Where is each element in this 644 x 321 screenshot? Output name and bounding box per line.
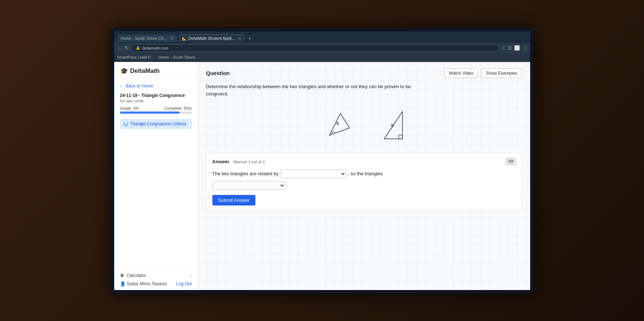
bookmark-home[interactable]: Home - South Shore... xyxy=(158,55,198,59)
congruence-dropdown[interactable]: are congruent cannot be proven congruent xyxy=(212,181,285,190)
progress-bar-bg xyxy=(120,111,192,114)
user-name: Sadar Mims-Tavares xyxy=(127,281,176,286)
question-header: Question Watch Video Show Examples xyxy=(206,68,522,78)
sidebar: 🎓 DeltaMath ← Back to Home 24-11-19 - Tr… xyxy=(114,62,198,290)
lock-icon: 🔒 xyxy=(136,46,140,50)
progress-bar-fill xyxy=(120,111,180,114)
tab-deltamath-favicon: 📐 xyxy=(182,36,186,40)
submit-answer-button[interactable]: Submit Answer xyxy=(212,195,256,205)
tab-home[interactable]: Home - South Shore Charter ✕ xyxy=(117,35,177,42)
answer-label: Answer xyxy=(212,159,230,164)
assignment-title: 24-11-19 - Triangle Congruence xyxy=(120,93,192,98)
back-arrow-icon: ← xyxy=(120,83,124,89)
calculator-chevron-icon: ⌄ xyxy=(189,273,192,277)
address-text: deltamath.com xyxy=(142,46,169,50)
sidebar-footer: 🖩 Calculator ⌄ 👤 Sadar Mims-Tavares Log … xyxy=(114,268,198,290)
question-buttons: Watch Video Show Examples xyxy=(444,68,522,78)
address-bar[interactable]: 🔒 deltamath.com xyxy=(131,44,499,52)
svg-rect-4 xyxy=(399,135,402,139)
answer-header-left: Answer Attempt 1 out of 2 xyxy=(212,158,265,165)
answer-text-start: The two triangles are related by xyxy=(212,171,279,176)
triangle-right xyxy=(381,106,410,142)
calculator-row[interactable]: 🖩 Calculator ⌄ xyxy=(120,272,192,279)
question-label: Question xyxy=(206,70,230,76)
triangle-left xyxy=(319,108,355,141)
calculator-label: Calculator xyxy=(127,273,189,278)
bookmarks-bar: SmartPass | Hall P... Home - South Shore… xyxy=(114,53,530,62)
back-home-link[interactable]: ← Back to Home xyxy=(120,83,192,89)
svg-marker-3 xyxy=(384,111,402,139)
tab-deltamath[interactable]: 📐 DeltaMath Student Application ✕ xyxy=(178,34,245,42)
back-browser-button[interactable]: ← xyxy=(117,45,123,51)
answer-row-2: are congruent cannot be proven congruent… xyxy=(212,181,516,190)
app-layout: 🎓 DeltaMath ← Back to Home 24-11-19 - Tr… xyxy=(114,62,530,290)
show-examples-button[interactable]: Show Examples xyxy=(481,68,522,78)
watch-video-button[interactable]: Watch Video xyxy=(444,68,478,78)
tab-home-label: Home - South Shore Charter xyxy=(121,36,168,40)
sidebar-nav: ← Back to Home 24-11-19 - Triangle Congr… xyxy=(114,79,198,133)
answer-section: Answer Attempt 1 out of 2 ⌨ The two tria… xyxy=(206,152,522,211)
bookmark-smartpass[interactable]: SmartPass | Hall P... xyxy=(117,55,154,59)
answer-period: . xyxy=(287,183,289,188)
browser-toolbar: ← ↻ 🔒 deltamath.com ☆ ⊡ ⬜ ⋮ xyxy=(114,43,530,53)
user-icon: 👤 xyxy=(120,281,126,286)
keyboard-icon[interactable]: ⌨ xyxy=(506,158,516,165)
grade-label: Grade: 0% xyxy=(120,106,139,110)
assignment-spinner-icon xyxy=(124,122,128,126)
cast-icon[interactable]: ⊡ xyxy=(508,45,512,51)
complete-label: Complete: 83% xyxy=(164,106,192,110)
answer-row-1: The two triangles are related by SSS SAS… xyxy=(212,169,516,178)
answer-header: Answer Attempt 1 out of 2 ⌨ xyxy=(212,158,516,165)
question-text: Determine the relationship between the t… xyxy=(206,83,418,98)
tab-deltamath-close-icon[interactable]: ✕ xyxy=(238,36,241,40)
sidebar-logo: 🎓 DeltaMath xyxy=(114,62,198,79)
user-row: 👤 Sadar Mims-Tavares Log Out xyxy=(120,281,192,286)
tab-close-icon[interactable]: ✕ xyxy=(170,36,173,40)
assignment-item[interactable]: Triangle Congruence Criteria xyxy=(120,119,192,129)
browser-window: Home - South Shore Charter ✕ 📐 DeltaMath… xyxy=(114,31,530,290)
attempt-label: Attempt 1 out of 2 xyxy=(233,160,265,164)
back-home-label: Back to Home xyxy=(126,83,153,89)
calculator-icon: 🖩 xyxy=(120,273,124,278)
grade-row: Grade: 0% Complete: 83% xyxy=(120,106,192,110)
logout-link[interactable]: Log Out xyxy=(176,281,192,286)
new-tab-button[interactable]: + xyxy=(246,35,254,41)
tab-deltamath-label: DeltaMath Student Application xyxy=(189,36,236,40)
tab-bar: Home - South Shore Charter ✕ 📐 DeltaMath… xyxy=(114,31,530,43)
refresh-browser-button[interactable]: ↻ xyxy=(125,45,129,51)
no-late-credit: No late credit xyxy=(120,99,192,103)
diagram-area xyxy=(206,104,522,144)
main-content: Question Watch Video Show Examples Deter… xyxy=(198,62,530,290)
logo-text: DeltaMath xyxy=(130,67,160,75)
assignment-item-label: Triangle Congruence Criteria xyxy=(130,121,186,126)
menu-icon[interactable]: ⋮ xyxy=(522,45,527,51)
mortarboard-icon: 🎓 xyxy=(120,67,128,75)
screenshot-icon[interactable]: ⬜ xyxy=(514,45,520,51)
answer-text-middle: , so the triangles xyxy=(348,171,383,176)
relationship-dropdown[interactable]: SSS SAS ASA AAS HL not congruent xyxy=(281,169,346,178)
star-icon[interactable]: ☆ xyxy=(501,45,506,51)
